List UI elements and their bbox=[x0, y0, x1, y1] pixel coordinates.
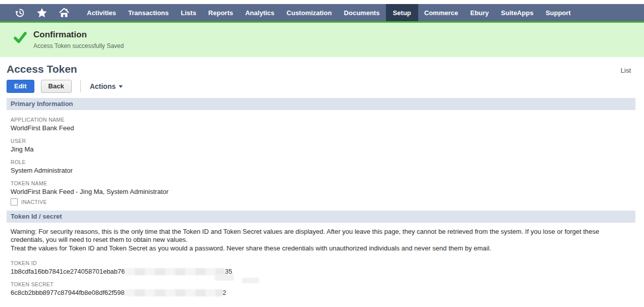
nav-item-lists[interactable]: Lists bbox=[175, 4, 202, 21]
nav-item-reports[interactable]: Reports bbox=[202, 4, 239, 21]
toolbar-divider bbox=[80, 80, 81, 92]
nav-item-transactions[interactable]: Transactions bbox=[122, 4, 175, 21]
field-label: ROLE bbox=[11, 159, 644, 165]
nav-item-documents[interactable]: Documents bbox=[338, 4, 386, 21]
section-header-primary-information: Primary Information bbox=[7, 98, 635, 110]
nav-item-activities[interactable]: Activities bbox=[81, 4, 122, 21]
redaction-artifact bbox=[215, 274, 234, 281]
main-navbar: Activities Transactions Lists Reports An… bbox=[0, 4, 644, 23]
field-role: ROLE System Administrator bbox=[11, 159, 644, 174]
nav-icon-group bbox=[0, 4, 70, 21]
page-title: Access Token bbox=[7, 63, 77, 75]
field-value: System Administrator bbox=[11, 167, 644, 174]
field-token-name: TOKEN NAME WorldFirst Bank Feed - Jing M… bbox=[11, 180, 644, 195]
token-secret-redaction bbox=[125, 289, 223, 296]
nav-item-commerce[interactable]: Commerce bbox=[418, 4, 464, 21]
token-id-label: TOKEN ID bbox=[11, 260, 644, 266]
checkmark-icon bbox=[14, 31, 27, 43]
redaction-artifact bbox=[242, 278, 259, 283]
nav-item-ebury[interactable]: Ebury bbox=[464, 4, 495, 21]
nav-item-customization[interactable]: Customization bbox=[280, 4, 338, 21]
actions-label: Actions bbox=[90, 82, 116, 90]
warning-line-1: Warning: For security reasons, this is t… bbox=[11, 228, 631, 244]
nav-menu: Activities Transactions Lists Reports An… bbox=[81, 4, 577, 21]
field-value: WorldFirst Bank Feed bbox=[11, 124, 644, 132]
inactive-checkbox[interactable] bbox=[11, 198, 18, 206]
field-token-id: TOKEN ID 1b8cdfa16bb7841ce274058701ebab7… bbox=[0, 260, 644, 275]
field-token-secret: TOKEN SECRET 6c8cb2bbb8977c87944fb8e08df… bbox=[0, 281, 644, 296]
top-whitespace bbox=[0, 0, 644, 4]
primary-information-fields: APPLICATION NAME WorldFirst Bank Feed US… bbox=[0, 110, 644, 206]
field-label: USER bbox=[11, 138, 644, 144]
field-label: APPLICATION NAME bbox=[11, 117, 644, 123]
token-id-redaction bbox=[125, 268, 225, 275]
field-user: USER Jing Ma bbox=[11, 138, 644, 153]
field-value: Jing Ma bbox=[11, 145, 644, 153]
confirmation-banner: Confirmation Access Token successfully S… bbox=[0, 23, 644, 57]
nav-item-analytics[interactable]: Analytics bbox=[239, 4, 280, 21]
chevron-down-icon bbox=[119, 85, 123, 88]
nav-item-setup[interactable]: Setup bbox=[386, 4, 418, 21]
actions-menu[interactable]: Actions bbox=[90, 82, 123, 90]
history-icon[interactable] bbox=[14, 7, 25, 18]
star-icon[interactable] bbox=[36, 7, 47, 18]
token-id-value: 1b8cdfa16bb7841ce274058701ebab7635 bbox=[11, 268, 644, 275]
inactive-checkbox-row: INACTIVE bbox=[11, 198, 644, 206]
inactive-checkbox-label: INACTIVE bbox=[21, 199, 47, 205]
edit-button[interactable]: Edit bbox=[7, 80, 34, 93]
home-icon[interactable] bbox=[59, 7, 70, 18]
nav-item-support[interactable]: Support bbox=[539, 4, 577, 21]
field-label: TOKEN NAME bbox=[11, 180, 644, 186]
token-secret-value: 6c8cb2bbb8977c87944fb8e08df62f5982 bbox=[11, 289, 644, 296]
token-secret-label: TOKEN SECRET bbox=[11, 281, 644, 287]
field-application-name: APPLICATION NAME WorldFirst Bank Feed bbox=[11, 117, 644, 132]
list-link[interactable]: List bbox=[621, 67, 631, 75]
section-header-token-id-secret: Token Id / secret bbox=[7, 211, 635, 223]
token-secret-visible-end: 2 bbox=[223, 289, 226, 296]
field-value: WorldFirst Bank Feed - Jing Ma, System A… bbox=[11, 188, 644, 195]
token-secret-visible-start: 6c8cb2bbb8977c87944fb8e08df62f598 bbox=[11, 289, 125, 296]
banner-message: Access Token successfully Saved bbox=[33, 42, 124, 49]
warning-line-2: Treat the values for Token ID and Token … bbox=[11, 244, 631, 252]
banner-title: Confirmation bbox=[33, 30, 124, 40]
nav-item-suiteapps[interactable]: SuiteApps bbox=[495, 4, 539, 21]
toolbar: Edit Back Actions bbox=[0, 75, 644, 98]
security-warning: Warning: For security reasons, this is t… bbox=[0, 223, 644, 254]
token-id-visible-start: 1b8cdfa16bb7841ce274058701ebab76 bbox=[11, 268, 125, 275]
back-button[interactable]: Back bbox=[41, 80, 72, 93]
